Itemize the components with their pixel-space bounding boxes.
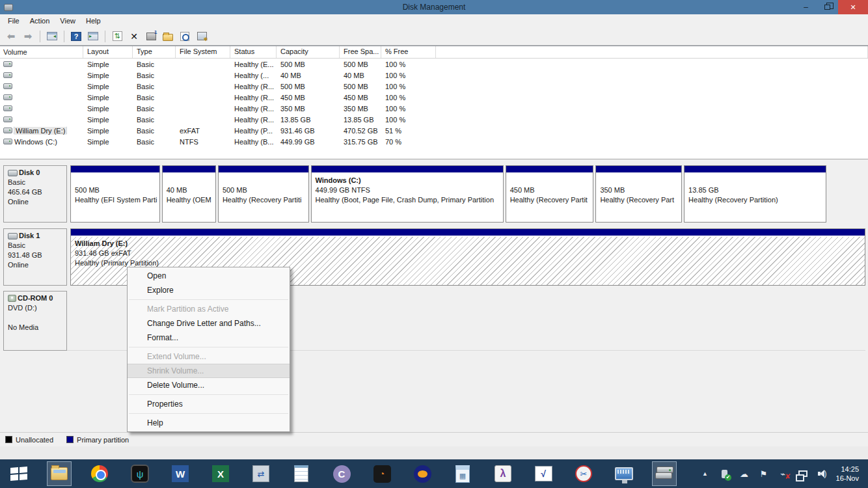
column-header-filler xyxy=(436,46,868,58)
back-arrow-icon[interactable]: ⬅ xyxy=(4,29,18,44)
windows-logo-icon xyxy=(10,467,27,481)
toolbar-separator xyxy=(105,31,105,42)
usb-safely-remove-icon[interactable] xyxy=(719,468,731,480)
legend-bar: Unallocated Primary partition xyxy=(0,432,868,446)
partition-recovery-500[interactable]: 500 MBHealthy (Recovery Partiti xyxy=(218,165,309,223)
merge-tool-icon[interactable]: ⇄ xyxy=(249,461,273,486)
table-row[interactable]: Simple Basic Healthy (R... 13.85 GB 13.8… xyxy=(0,114,868,125)
cdrom-info[interactable]: CD-ROM 0 DVD (D:) No Media xyxy=(3,291,67,351)
volume-icon xyxy=(3,83,12,89)
partition-oem[interactable]: 40 MBHealthy (OEM xyxy=(162,165,216,223)
partition-color-bar xyxy=(71,166,159,174)
show-console-tree-icon[interactable] xyxy=(45,29,59,44)
graphing-app-icon[interactable]: √ xyxy=(531,461,556,486)
find-icon[interactable] xyxy=(178,29,192,44)
column-header-filesystem[interactable]: File System xyxy=(176,46,230,58)
column-header-layout[interactable]: Layout xyxy=(83,46,133,58)
lambda-app-icon[interactable]: λ xyxy=(491,461,515,486)
snipping-tool-icon[interactable]: ✂ xyxy=(571,461,596,486)
network-icon[interactable] xyxy=(797,468,809,480)
bittorrent-icon[interactable]: C xyxy=(329,461,354,486)
table-row[interactable]: Simple Basic Healthy (... 40 MB 40 MB 10… xyxy=(0,70,868,81)
partition-recovery-450[interactable]: 450 MBHealthy (Recovery Partit xyxy=(506,165,594,223)
column-header-capacity[interactable]: Capacity xyxy=(277,46,340,58)
primary-partition-swatch xyxy=(66,436,74,443)
help-icon[interactable]: ? xyxy=(69,29,83,44)
partition-color-bar xyxy=(163,166,215,174)
menu-item-format[interactable]: Format... xyxy=(128,331,290,345)
chrome-icon[interactable] xyxy=(87,461,112,486)
delete-icon[interactable]: ✕ xyxy=(127,29,141,44)
menu-item-delete-volume[interactable]: Delete Volume... xyxy=(128,378,290,392)
partition-recovery-350[interactable]: 350 MBHealthy (Recovery Part xyxy=(595,165,682,223)
volume-icon xyxy=(3,72,12,78)
forward-arrow-icon[interactable]: ➡ xyxy=(21,29,35,44)
word-icon[interactable]: W xyxy=(168,461,193,486)
table-row-william-dry[interactable]: William Dry (E:) Simple Basic exFAT Heal… xyxy=(0,125,868,136)
taskbar-clock[interactable]: 14:25 16-Nov xyxy=(836,465,863,483)
menu-separator xyxy=(129,413,288,414)
clock-date: 16-Nov xyxy=(836,474,859,483)
properties-icon[interactable] xyxy=(144,29,158,44)
menu-action[interactable]: Action xyxy=(25,15,55,27)
start-button[interactable] xyxy=(7,461,31,486)
context-menu: Open Explore Mark Partition as Active Ch… xyxy=(127,267,290,432)
refresh-icon[interactable]: ⇅ xyxy=(110,29,124,44)
tray-expand-icon[interactable]: ▲ xyxy=(699,468,711,480)
menu-help[interactable]: Help xyxy=(81,15,106,27)
audacity-icon[interactable] xyxy=(410,461,435,486)
toolbar-separator xyxy=(64,31,64,42)
minimize-button[interactable]: – xyxy=(795,0,817,14)
excel-icon[interactable]: X xyxy=(208,461,233,486)
antenna-app-icon[interactable]: ψ xyxy=(128,461,152,486)
close-button[interactable]: ✕ xyxy=(838,0,868,14)
disk-icon xyxy=(8,170,18,176)
show-action-pane-icon[interactable] xyxy=(86,29,100,44)
column-header-freespace[interactable]: Free Spa... xyxy=(340,46,381,58)
table-row[interactable]: Simple Basic Healthy (R... 450 MB 450 MB… xyxy=(0,92,868,103)
table-row-windows-c[interactable]: Windows (C:) Simple Basic NTFS Healthy (… xyxy=(0,136,868,147)
disk0-info[interactable]: Disk 0 Basic 465.64 GB Online xyxy=(3,165,67,223)
table-row[interactable]: Simple Basic Healthy (R... 350 MB 350 MB… xyxy=(0,103,868,114)
volume-icon xyxy=(3,139,12,144)
disk-management-taskbar-icon[interactable] xyxy=(652,461,677,486)
file-explorer-icon[interactable] xyxy=(47,461,72,486)
table-row[interactable]: Simple Basic Healthy (R... 500 MB 500 MB… xyxy=(0,81,868,92)
menu-item-change-drive-letter[interactable]: Change Drive Letter and Paths... xyxy=(128,316,290,331)
partition-color-bar xyxy=(685,166,826,174)
onedrive-cloud-icon[interactable]: ☁ xyxy=(739,468,750,480)
column-header-volume[interactable]: Volume xyxy=(0,46,83,58)
toolbar-separator xyxy=(40,31,40,42)
remote-desktop-icon[interactable] xyxy=(612,461,636,486)
disk1-info[interactable]: Disk 1 Basic 931.48 GB Online xyxy=(3,228,67,286)
device-problem-icon[interactable]: ⌁ xyxy=(778,468,789,480)
open-icon[interactable] xyxy=(161,29,175,44)
menu-item-open[interactable]: Open xyxy=(128,269,290,283)
manage-settings-icon[interactable] xyxy=(195,29,209,44)
column-header-type[interactable]: Type xyxy=(133,46,176,58)
table-row[interactable]: Simple Basic Healthy (E... 500 MB 500 MB… xyxy=(0,59,868,70)
menu-item-properties[interactable]: Properties xyxy=(128,397,290,411)
calculator-icon[interactable]: ▦ xyxy=(450,461,475,486)
system-tray: ▲ ☁ ⚑ ⌁ ) 14:25 16-Nov xyxy=(699,465,868,483)
menu-view[interactable]: View xyxy=(55,15,81,27)
menu-item-explore[interactable]: Explore xyxy=(128,283,290,297)
menu-bar: File Action View Help xyxy=(0,14,868,27)
volume-icon-tray[interactable]: ) xyxy=(817,468,828,480)
menu-item-help[interactable]: Help xyxy=(128,416,290,430)
partition-recovery-13gb[interactable]: 13.85 GBHealthy (Recovery Partition) xyxy=(684,165,826,223)
compass-app-icon[interactable]: ◔ xyxy=(370,461,394,486)
partition-efi[interactable]: 500 MBHealthy (EFI System Parti xyxy=(70,165,160,223)
action-center-flag-icon[interactable]: ⚑ xyxy=(758,468,770,480)
notepad-icon[interactable] xyxy=(289,461,314,486)
partition-windows-c[interactable]: Windows (C:)449.99 GB NTFSHealthy (Boot,… xyxy=(311,165,504,223)
menu-separator xyxy=(129,394,288,395)
restore-button[interactable] xyxy=(817,0,838,14)
disk0-row: Disk 0 Basic 465.64 GB Online 500 MBHeal… xyxy=(3,165,826,223)
menu-file[interactable]: File xyxy=(3,15,25,27)
menu-item-extend-volume: Extend Volume... xyxy=(128,349,290,364)
volume-icon xyxy=(3,116,12,122)
volume-icon xyxy=(3,128,12,133)
column-header-status[interactable]: Status xyxy=(230,46,277,58)
column-header-pctfree[interactable]: % Free xyxy=(381,46,436,58)
